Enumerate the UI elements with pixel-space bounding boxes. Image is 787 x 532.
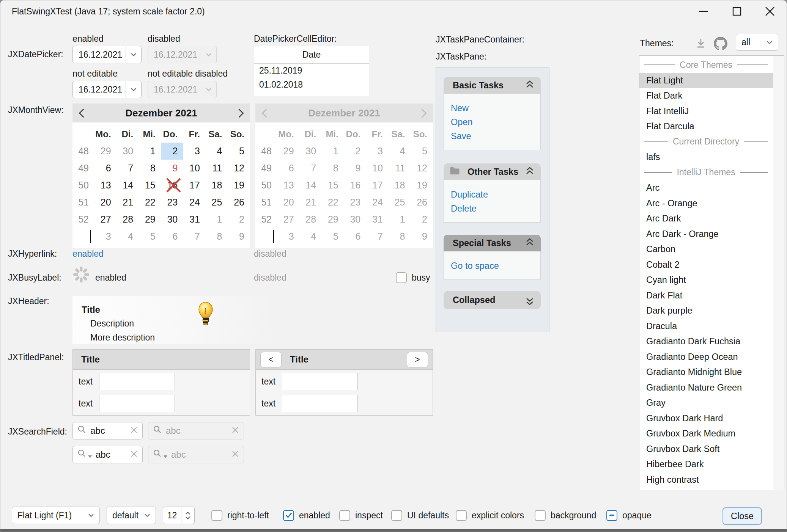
day-cell[interactable]: 7 xyxy=(183,228,206,245)
day-cell[interactable]: 7 xyxy=(117,160,139,177)
theme-list-item[interactable]: Gray xyxy=(639,395,773,411)
checkbox-box[interactable] xyxy=(391,510,402,521)
day-cell[interactable]: 8 xyxy=(206,228,228,245)
day-cell[interactable]: 6 xyxy=(161,228,184,245)
theme-list-item[interactable]: Flat Darcula xyxy=(639,119,773,134)
theme-list-item[interactable]: Gradianto Deep Ocean xyxy=(639,349,773,365)
checkbox-inspect[interactable]: inspect xyxy=(339,507,383,524)
checkbox-box[interactable] xyxy=(339,510,350,521)
day-cell[interactable]: 1 xyxy=(206,211,228,228)
theme-list-item[interactable]: Arc Dark xyxy=(639,211,773,226)
day-cell[interactable]: 25 xyxy=(206,194,228,211)
next-button[interactable]: > xyxy=(407,352,428,367)
theme-list-item[interactable]: lafs xyxy=(639,149,773,165)
themes-list[interactable]: Core ThemesFlat LightFlat DarkFlat Intel… xyxy=(639,55,784,490)
laf-combobox[interactable]: Flat Light (F1) xyxy=(12,507,100,524)
task-link-open[interactable]: Open xyxy=(451,115,537,129)
collapse-chevron-icon[interactable] xyxy=(525,166,535,177)
clear-search-icon[interactable] xyxy=(130,450,138,460)
day-cell[interactable]: 9 xyxy=(161,160,184,177)
day-cell[interactable]: 29 xyxy=(94,143,117,160)
day-cell[interactable]: 22 xyxy=(139,194,161,211)
theme-list-item[interactable]: Flat Light xyxy=(639,73,773,88)
search-input[interactable]: abc xyxy=(96,449,126,460)
theme-list-item[interactable]: Gruvbox Dark Medium xyxy=(639,426,773,441)
text-input[interactable] xyxy=(99,395,175,412)
font-size-spinner[interactable]: 12 xyxy=(163,507,195,524)
spinner-buttons[interactable] xyxy=(181,507,194,524)
day-cell[interactable]: 17 xyxy=(183,177,206,194)
checkbox-background[interactable]: background xyxy=(535,507,596,524)
search-field[interactable]: abc xyxy=(72,446,143,463)
day-cell[interactable]: 3 xyxy=(94,228,117,245)
close-button[interactable]: Close xyxy=(722,507,762,525)
maximize-button[interactable] xyxy=(724,0,749,22)
day-cell[interactable]: 10 xyxy=(183,160,206,177)
theme-list-item[interactable]: Gradianto Nature Green xyxy=(639,380,773,395)
day-cell[interactable]: 9 xyxy=(228,228,250,245)
day-cell[interactable]: 27 xyxy=(94,211,117,228)
theme-list-item[interactable]: Flat IntelliJ xyxy=(639,104,773,119)
datepicker-enabled[interactable]: 16.12.2021 xyxy=(72,46,142,63)
busy-checkbox[interactable]: busy xyxy=(396,269,430,286)
day-cell[interactable]: 2 xyxy=(161,143,184,160)
datepicker-value[interactable]: 16.12.2021 xyxy=(73,46,126,63)
search-options-arrow-icon[interactable] xyxy=(88,455,92,458)
day-cell[interactable]: 21 xyxy=(117,194,139,211)
table-row[interactable]: 01.02.2018 xyxy=(254,78,369,92)
theme-list-item[interactable]: Dark purple xyxy=(639,303,773,319)
day-cell[interactable]: 14 xyxy=(117,177,139,194)
close-window-button[interactable] xyxy=(757,0,782,22)
task-link-new[interactable]: New xyxy=(451,101,537,115)
day-cell[interactable]: 3 xyxy=(183,143,206,160)
day-cell[interactable]: 19 xyxy=(228,177,250,194)
task-link-delete[interactable]: Delete xyxy=(451,202,537,216)
search-icon[interactable] xyxy=(77,425,87,436)
theme-list-item[interactable]: Hiberbee Dark xyxy=(639,457,773,472)
day-cell[interactable]: 5 xyxy=(139,228,161,245)
themes-filter-combobox[interactable]: all xyxy=(736,34,778,51)
theme-list-item[interactable]: Dark Flat xyxy=(639,288,773,303)
monthview-grid[interactable]: Mo.Di.Mi.Do.Fr.Sa.So.4829301234549678910… xyxy=(72,122,250,248)
day-cell[interactable]: 4 xyxy=(117,228,139,245)
search-input[interactable]: abc xyxy=(90,425,126,436)
day-cell[interactable]: 1 xyxy=(139,143,161,160)
spinner-value[interactable]: 12 xyxy=(163,507,181,524)
checkbox-ui-defaults[interactable]: UI defaults xyxy=(391,507,449,524)
day-cell[interactable]: 13 xyxy=(94,177,117,194)
search-icon[interactable] xyxy=(77,449,87,460)
day-cell[interactable]: 5 xyxy=(228,143,250,160)
checkbox-box[interactable] xyxy=(456,510,467,521)
collapse-chevron-icon[interactable] xyxy=(525,238,535,248)
hyperlink-enabled[interactable]: enabled xyxy=(72,249,104,259)
text-input[interactable] xyxy=(282,395,358,412)
theme-list-item[interactable]: Gruvbox Dark Hard xyxy=(639,411,773,426)
text-input[interactable] xyxy=(99,373,175,390)
theme-list-item[interactable]: Arc xyxy=(639,180,773,196)
theme-list-item[interactable]: Carbon xyxy=(639,242,773,257)
chevron-down-icon[interactable] xyxy=(126,46,141,63)
table-row[interactable]: 25.11.2019 xyxy=(254,64,369,78)
day-cell[interactable]: 28 xyxy=(117,211,139,228)
scrollbar[interactable] xyxy=(773,56,784,490)
day-cell[interactable]: 8 xyxy=(139,160,161,177)
monthview-enabled[interactable]: Dezember 2021Mo.Di.Mi.Do.Fr.Sa.So.482930… xyxy=(72,104,250,248)
datepicker-not-editable[interactable]: 16.12.2021 xyxy=(72,81,142,98)
day-cell[interactable]: 12 xyxy=(228,160,250,177)
chevron-down-icon[interactable] xyxy=(126,81,141,98)
day-cell[interactable]: 30 xyxy=(117,143,139,160)
prev-button[interactable]: < xyxy=(260,352,282,367)
checkbox-box[interactable] xyxy=(396,272,407,283)
day-cell[interactable]: 24 xyxy=(183,194,206,211)
theme-list-item[interactable]: Cobalt 2 xyxy=(639,257,773,273)
checkbox-enabled[interactable]: enabled xyxy=(283,507,330,524)
checkbox-box[interactable] xyxy=(606,510,617,521)
taskpane-header[interactable]: Collapsed xyxy=(444,291,541,309)
datepicker-cell-editor-table[interactable]: Date 25.11.2019 01.02.2018 xyxy=(254,46,369,96)
day-cell[interactable]: 4 xyxy=(206,143,228,160)
checkbox-box[interactable] xyxy=(283,510,294,521)
day-cell[interactable]: 16 xyxy=(161,177,184,194)
day-cell[interactable]: 11 xyxy=(206,160,228,177)
day-cell[interactable]: 6 xyxy=(94,160,117,177)
day-cell[interactable]: 26 xyxy=(228,194,250,211)
